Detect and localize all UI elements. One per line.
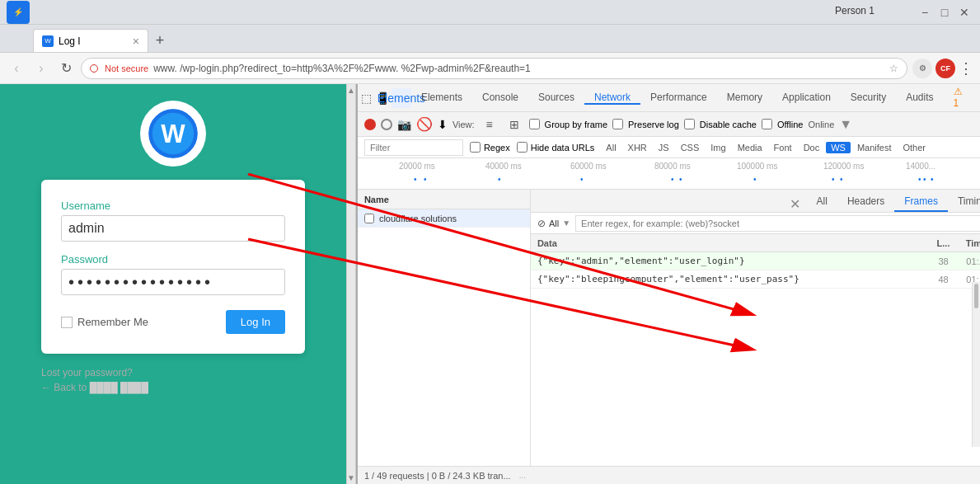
hide-data-urls-checkbox[interactable]	[517, 142, 528, 153]
reload-button[interactable]: ↻	[56, 59, 76, 78]
tick-140k: 14000...	[906, 162, 935, 171]
record-button[interactable]	[364, 119, 376, 130]
devtools-frames-panel: ✕ All Headers Frames Timing ⊘ All ▼	[531, 190, 980, 466]
devtools-tab-audits[interactable]: Audits	[896, 92, 943, 105]
regex-checkbox[interactable]	[470, 142, 481, 153]
right-tab-timing[interactable]: Timing	[948, 192, 980, 212]
request-item-cloudflare[interactable]: cloudflare.solutions	[358, 209, 530, 228]
filter-js[interactable]: JS	[654, 142, 674, 153]
hide-data-urls-label: Hide data URLs	[531, 143, 595, 153]
devtools-panel: ⬚ 📱 Elements Elements Console Sources Ne…	[356, 84, 980, 484]
filter-css[interactable]: CSS	[676, 142, 705, 153]
offline-checkbox[interactable]	[762, 119, 772, 129]
right-tab-frames[interactable]: Frames	[894, 192, 948, 212]
right-tab-headers[interactable]: Headers	[837, 192, 894, 212]
group-by-frame-checkbox[interactable]	[529, 119, 540, 129]
filter-media[interactable]: Media	[733, 142, 767, 153]
ws-filter-clear[interactable]: ⊘	[537, 218, 546, 229]
filter-icon[interactable]: ⬇	[438, 118, 448, 131]
wp-login-page: W Username Password Remember Me Log In	[0, 84, 346, 484]
filter-input[interactable]	[364, 139, 463, 156]
devtools-tab-application[interactable]: Application	[772, 92, 841, 105]
devtools-tab-warning[interactable]: ⚠ 1	[944, 86, 978, 110]
back-button[interactable]: ‹	[7, 59, 26, 78]
stop-button[interactable]	[381, 119, 392, 130]
timeline-dot-11: •	[923, 175, 926, 184]
devtools-tab-security[interactable]: Security	[841, 92, 896, 105]
devtools-tab-memory[interactable]: Memory	[717, 92, 772, 105]
disable-cache-checkbox[interactable]	[684, 119, 695, 129]
filter-other[interactable]: Other	[898, 142, 931, 153]
hide-urls-option: Hide data URLs	[517, 142, 595, 153]
disable-cache-label: Disable cache	[700, 120, 757, 129]
request-checkbox[interactable]	[364, 214, 374, 223]
preserve-log-label: Preserve log	[628, 120, 679, 129]
frame-time-1: 01:...	[956, 256, 981, 266]
extension-button-1[interactable]: ⚙	[912, 59, 932, 78]
extension-button-2[interactable]: CF	[935, 59, 955, 78]
forward-button[interactable]: ›	[31, 59, 51, 78]
ws-filter-input[interactable]	[575, 215, 980, 232]
request-name: cloudflare.solutions	[379, 214, 457, 223]
preserve-log-checkbox[interactable]	[612, 119, 623, 129]
frame-row-2[interactable]: {"key":"bleepingcomputer","element":"use…	[531, 270, 980, 289]
lost-password-link[interactable]: Lost your password?	[41, 367, 305, 378]
devtools-status-bar: 1 / 49 requests | 0 B / 24.3 KB tran... …	[358, 466, 980, 484]
camera-icon[interactable]: 📷	[397, 118, 411, 131]
right-tab-all[interactable]: All	[807, 192, 837, 212]
tick-80k: 80000 ms	[654, 162, 691, 171]
remember-checkbox[interactable]	[61, 317, 73, 328]
timeline-dot-6: •	[679, 175, 682, 184]
devtools-tab-console[interactable]: Console	[472, 92, 528, 105]
bookmark-icon[interactable]: ☆	[889, 63, 898, 74]
ws-all-label[interactable]: All	[549, 219, 559, 228]
username-input[interactable]	[61, 215, 285, 242]
login-button[interactable]: Log In	[226, 310, 285, 334]
devtools-tab-network[interactable]: Network	[584, 92, 640, 105]
frames-panel-close[interactable]: ✕	[790, 196, 800, 212]
devtools-elements-tab[interactable]: Elements	[392, 88, 411, 108]
tab-close-button[interactable]: ×	[133, 35, 139, 48]
username-label: Username	[61, 200, 285, 212]
online-label: Online	[808, 120, 834, 129]
tab-bar: W Log I × +	[0, 25, 980, 53]
restore-button[interactable]: □	[935, 3, 954, 21]
tab-label: Log I	[59, 35, 81, 47]
remember-row: Remember Me Log In	[61, 310, 285, 334]
clear-button[interactable]: 🚫	[416, 116, 433, 132]
dropdown-arrow[interactable]: ▼	[839, 117, 852, 132]
minimize-button[interactable]: −	[916, 3, 934, 21]
browser-tab[interactable]: W Log I ×	[33, 29, 148, 52]
devtools-tab-elements[interactable]: Elements	[411, 92, 472, 105]
view-list-button[interactable]: ≡	[480, 115, 499, 134]
ws-dropdown[interactable]: ▼	[562, 219, 570, 228]
filter-xhr[interactable]: XHR	[623, 142, 652, 153]
frame-row-1[interactable]: {"key":"admin","element":"user_login"} 3…	[531, 252, 980, 270]
password-input[interactable]	[61, 269, 285, 295]
time-col-header: Time	[956, 238, 981, 248]
timeline-dot-4: •	[580, 175, 584, 184]
frames-col-headers: Data L... Time	[531, 234, 980, 252]
devtools-inspect-button[interactable]: ⬚	[358, 88, 375, 108]
view-detail-button[interactable]: ⊞	[504, 115, 524, 134]
filter-all[interactable]: All	[601, 142, 621, 153]
frames-scrollbar[interactable]	[972, 282, 980, 447]
wp-links: Lost your password? ← Back to ████ ████	[41, 367, 305, 397]
url-bar[interactable]: Not secure www. /wp-login.php?redirect_t…	[81, 58, 907, 79]
filter-ws[interactable]: WS	[826, 142, 851, 153]
data-col-header: Data	[531, 238, 931, 248]
devtools-tab-sources[interactable]: Sources	[528, 92, 584, 105]
devtools-tab-performance[interactable]: Performance	[640, 92, 717, 105]
filter-manifest[interactable]: Manifest	[852, 142, 897, 153]
chrome-menu-button[interactable]: ⋮	[959, 59, 973, 78]
tick-120k: 120000 ms	[823, 162, 864, 171]
not-secure-label: Not secure	[105, 63, 148, 73]
timeline-dot-5: •	[671, 175, 674, 184]
back-to-link[interactable]: ← Back to ████ ████	[41, 382, 305, 393]
page-scrollbar[interactable]: ▲ ▼	[346, 84, 356, 484]
filter-doc[interactable]: Doc	[799, 142, 825, 153]
filter-img[interactable]: Img	[706, 142, 730, 153]
filter-font[interactable]: Font	[769, 142, 797, 153]
new-tab-button[interactable]: +	[148, 29, 171, 52]
close-button[interactable]: ✕	[955, 3, 973, 21]
